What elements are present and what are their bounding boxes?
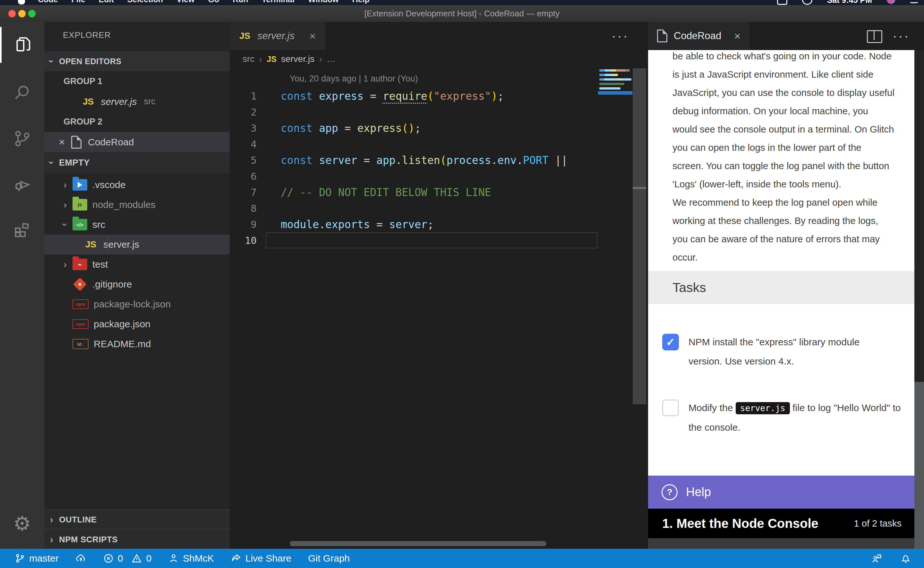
breadcrumb-src[interactable]: src xyxy=(243,54,255,64)
js-file-icon: JS xyxy=(267,54,277,64)
code-lines: 1 const express = require("express"); 2 … xyxy=(230,88,631,248)
node-modules-folder-icon: js xyxy=(72,199,87,210)
tree-item-package-lock[interactable]: npm package-lock.json xyxy=(44,294,230,314)
live-share-label: Live Share xyxy=(246,553,291,564)
feedback-button[interactable] xyxy=(871,553,882,564)
menu-view[interactable]: View xyxy=(176,0,195,4)
test-folder-icon: ⌁ xyxy=(72,259,87,270)
search-icon[interactable] xyxy=(0,75,44,111)
siri-icon[interactable] xyxy=(887,0,895,4)
open-editors-header[interactable]: OPEN EDITORS xyxy=(44,51,230,71)
apple-menu-icon[interactable] xyxy=(18,0,25,5)
js-file-icon: JS xyxy=(83,97,94,107)
code-line: 9 module.exports = server; xyxy=(230,216,631,232)
npm-scripts-section-header[interactable]: NPM SCRIPTS xyxy=(44,529,230,549)
tree-item-test[interactable]: ⌁ test xyxy=(44,254,230,274)
lesson-title-bar: 1. Meet the Node Console 1 of 2 tasks xyxy=(648,509,914,538)
breadcrumb: src › JS server.js › … xyxy=(230,50,648,68)
close-tab-icon[interactable]: × xyxy=(734,30,740,42)
explorer-icon[interactable] xyxy=(0,27,46,63)
sync-changes-button[interactable] xyxy=(75,553,86,564)
git-graph-item[interactable]: Git Graph xyxy=(308,553,350,564)
menubar-status-icon[interactable] xyxy=(802,0,812,5)
panel-scrollbar-thumb[interactable] xyxy=(914,382,924,549)
tree-item-vscode[interactable]: .vscode xyxy=(44,175,230,195)
inline-code-chip: server.js xyxy=(736,402,790,414)
tree-item-gitignore[interactable]: .gitignore xyxy=(44,274,230,294)
close-icon[interactable]: × xyxy=(54,136,69,148)
outline-label: OUTLINE xyxy=(59,515,97,525)
close-tab-icon[interactable]: × xyxy=(309,30,316,42)
breadcrumb-symbol[interactable]: … xyxy=(327,54,336,64)
notification-center-icon[interactable] xyxy=(910,0,918,3)
live-share-user-item[interactable]: ShMcK xyxy=(168,553,214,564)
menu-edit[interactable]: Edit xyxy=(99,0,114,4)
editor-more-actions-icon[interactable]: ··· xyxy=(612,22,629,50)
macos-menu-bar: Code File Edit Selection View Go Run Ter… xyxy=(0,0,924,5)
git-branch-item[interactable]: master xyxy=(14,553,59,564)
menu-window[interactable]: Window xyxy=(308,0,339,4)
panel-more-actions-icon[interactable]: ··· xyxy=(892,22,910,50)
codelens-annotation[interactable]: You, 20 days ago | 1 author (You) xyxy=(290,74,418,84)
outline-section-header[interactable]: OUTLINE xyxy=(44,510,230,529)
tree-item-src[interactable]: </> src xyxy=(44,215,230,234)
breadcrumb-server-js[interactable]: server.js xyxy=(281,54,314,64)
panel-tab-bar: CodeRoad × ··· xyxy=(648,22,924,50)
settings-gear-icon[interactable]: ⚙ xyxy=(0,506,44,542)
open-editor-coderoad[interactable]: × CodeRoad xyxy=(44,132,230,152)
cloud-upload-icon xyxy=(75,553,86,564)
tasks-header-label: Tasks xyxy=(672,271,706,304)
split-editor-icon[interactable] xyxy=(867,30,882,43)
menu-help[interactable]: Help xyxy=(352,0,369,4)
notifications-button[interactable] xyxy=(900,553,911,564)
help-label: Help xyxy=(686,485,711,499)
tree-item-label: .vscode xyxy=(92,180,125,190)
panel-scrollbar-track[interactable] xyxy=(914,50,924,549)
tree-item-package-json[interactable]: npm package.json xyxy=(44,314,230,334)
editor-scrollbar-divider xyxy=(633,187,646,189)
problems-item[interactable]: 0 0 xyxy=(103,553,151,564)
tab-coderoad[interactable]: CodeRoad × xyxy=(648,22,749,50)
open-editor-server-js[interactable]: JS server.js src xyxy=(44,91,230,112)
menu-selection[interactable]: Selection xyxy=(127,0,163,4)
task-checkbox-unchecked[interactable] xyxy=(662,400,679,416)
editor-group-1-header[interactable]: GROUP 1 xyxy=(44,71,230,91)
menu-go[interactable]: Go xyxy=(208,0,219,4)
run-debug-icon[interactable] xyxy=(0,166,44,202)
line-number: 9 xyxy=(230,219,257,230)
window-title-bar[interactable]: [Extension Development Host] - CodeRoad … xyxy=(0,5,924,22)
screen: { "menubar": { "items": ["Code","File","… xyxy=(0,0,924,568)
editor-group-2-header[interactable]: GROUP 2 xyxy=(44,112,230,132)
line-number: 8 xyxy=(230,202,257,214)
minimap-current-line xyxy=(598,91,632,95)
tree-item-label: package-lock.json xyxy=(94,299,171,310)
tab-label: server.js xyxy=(257,30,294,42)
tree-item-node-modules[interactable]: js node_modules xyxy=(44,195,230,215)
task-checkbox-checked[interactable] xyxy=(662,334,679,350)
tree-item-label: src xyxy=(92,219,105,230)
help-section[interactable]: ? Help xyxy=(648,476,914,509)
tab-server-js[interactable]: JS server.js × xyxy=(230,22,325,50)
horizontal-scrollbar-thumb[interactable] xyxy=(290,541,546,546)
menu-terminal[interactable]: Terminal xyxy=(262,0,294,4)
js-file-icon: JS xyxy=(239,31,250,41)
live-share-item[interactable]: Live Share xyxy=(231,553,291,564)
minimap[interactable] xyxy=(598,68,632,103)
menubar-status-icon[interactable] xyxy=(777,0,787,5)
tree-item-readme[interactable]: M↓ README.md xyxy=(44,334,230,354)
source-control-icon[interactable] xyxy=(0,121,44,157)
menu-code[interactable]: Code xyxy=(38,0,58,4)
chevron-right-icon xyxy=(58,259,72,270)
menu-file[interactable]: File xyxy=(72,0,85,4)
lesson-footer-strip xyxy=(648,538,914,549)
menu-run[interactable]: Run xyxy=(233,0,248,4)
code-editor[interactable]: You, 20 days ago | 1 author (You) 1 cons… xyxy=(230,68,648,549)
line-number: 7 xyxy=(230,186,257,198)
editor-scrollbar[interactable] xyxy=(633,68,646,404)
folder-section-header[interactable]: EMPTY xyxy=(44,152,230,173)
status-bar: master 0 0 ShMcK Live Share Git Graph xyxy=(0,549,924,568)
extensions-icon[interactable] xyxy=(0,212,44,248)
menubar-clock[interactable]: Sat 9:45 PM xyxy=(827,0,872,5)
person-icon xyxy=(168,553,179,564)
tree-item-server-js[interactable]: JS server.js xyxy=(44,234,230,254)
